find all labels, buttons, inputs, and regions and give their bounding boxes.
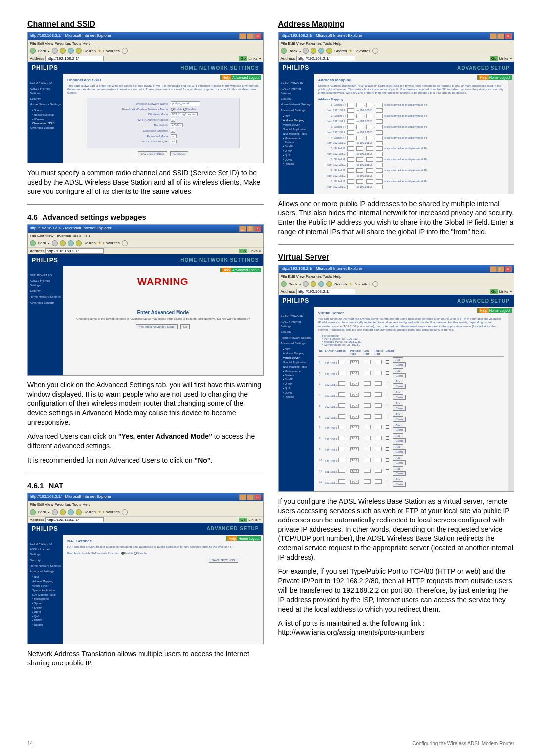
ip-octet-input[interactable]	[366, 114, 373, 118]
sidebar-sub[interactable]: • QoS	[281, 386, 312, 391]
ip-octet-input[interactable]	[347, 168, 354, 173]
clean-button[interactable]: Clean	[393, 438, 406, 443]
sidebar-item[interactable]: ADSL / Internet Settings	[30, 87, 61, 96]
ip-last-octet-input[interactable]	[338, 414, 345, 419]
clean-button[interactable]: Clean	[393, 406, 406, 411]
enable-checkbox[interactable]	[386, 480, 389, 483]
clean-button[interactable]: Clean	[393, 427, 406, 432]
advanced-logout-link[interactable]: Advanced Logout	[232, 268, 260, 272]
home-icon[interactable]	[326, 48, 332, 54]
add-button[interactable]: Add	[393, 357, 404, 362]
add-button[interactable]: Add	[393, 390, 404, 395]
public-port-input[interactable]	[375, 414, 382, 419]
ip-octet-input[interactable]	[347, 125, 354, 129]
address-input[interactable]: http://192.168.2.1/	[296, 56, 355, 61]
sidebar-sub[interactable]: Special Application	[30, 588, 61, 593]
ip-last-octet-input[interactable]	[338, 360, 345, 364]
ip-octet-input[interactable]	[347, 146, 354, 151]
search-label[interactable]: Search	[84, 510, 96, 514]
clean-button[interactable]: Clean	[393, 395, 406, 400]
home-logout-link[interactable]: Home Logout	[490, 76, 510, 79]
stop-icon[interactable]	[60, 48, 66, 54]
sidebar-item[interactable]: ADSL / Internet Settings	[30, 547, 61, 557]
bw-select[interactable]: 40MHz	[171, 123, 183, 127]
sidebar-sub[interactable]: • Maintenance	[281, 369, 312, 374]
go-button[interactable]: Go	[490, 289, 498, 294]
sidebar-item[interactable]: SETUP WIZARD	[281, 314, 312, 319]
public-port-input[interactable]	[375, 479, 382, 484]
go-button[interactable]: Go	[239, 56, 247, 61]
scrollbar[interactable]	[508, 307, 514, 491]
favorites-label[interactable]: Favorites	[354, 49, 370, 53]
public-port-input[interactable]	[375, 381, 382, 386]
ip-last-octet-input[interactable]	[338, 371, 345, 375]
public-port-input[interactable]	[375, 425, 382, 429]
to-input[interactable]	[376, 152, 383, 156]
clean-button[interactable]: Clean	[393, 384, 406, 389]
ip-octet-input[interactable]	[366, 146, 373, 151]
sidebar-sub[interactable]: • Status	[30, 108, 61, 113]
sidebar-sub[interactable]: • System	[281, 373, 312, 378]
media-icon[interactable]	[122, 240, 128, 246]
sidebar-sub[interactable]: • NAT	[30, 575, 61, 579]
forward-icon[interactable]	[303, 281, 309, 287]
add-button[interactable]: Add	[393, 433, 404, 438]
back-label[interactable]: Back	[38, 510, 46, 514]
from-input[interactable]	[347, 185, 354, 189]
from-input[interactable]	[347, 119, 354, 124]
address-input[interactable]: http://192.168.2.1/	[45, 517, 104, 522]
protocol-select[interactable]: TCP	[350, 371, 359, 375]
sidebar-item[interactable]: SETUP WIZARD	[30, 81, 61, 86]
lan-port-input[interactable]	[364, 414, 371, 419]
home-icon[interactable]	[76, 48, 82, 54]
ip-octet-input[interactable]	[347, 136, 354, 140]
media-icon[interactable]	[372, 281, 378, 287]
enable-checkbox[interactable]	[386, 436, 389, 440]
lan-port-input[interactable]	[364, 469, 371, 473]
protocol-select[interactable]: TCP	[350, 393, 359, 397]
ip-octet-input[interactable]	[366, 168, 373, 173]
refresh-icon[interactable]	[68, 240, 74, 246]
sidebar-item[interactable]: Advanced Settings	[30, 301, 61, 306]
go-button[interactable]: Go	[239, 518, 247, 522]
sidebar-item[interactable]: Security	[30, 97, 61, 102]
favorites-label[interactable]: Favorites	[103, 510, 120, 514]
ip-octet-input[interactable]	[356, 146, 363, 151]
maximize-icon[interactable]: □	[247, 226, 254, 232]
back-label[interactable]: Back	[289, 49, 298, 53]
maximize-icon[interactable]: □	[247, 494, 254, 500]
sidebar-sub[interactable]: NAT Mapping Table	[281, 132, 312, 136]
ip-octet-input[interactable]	[376, 136, 383, 140]
clean-button[interactable]: Clean	[393, 482, 406, 487]
ip-octet-input[interactable]	[356, 136, 363, 140]
wnn-input[interactable]: philips_install	[171, 101, 200, 106]
go-button[interactable]: Go	[239, 249, 247, 253]
sidebar-sub[interactable]: • Routing	[281, 395, 312, 399]
ip-last-octet-input[interactable]	[338, 469, 345, 473]
wmode-select[interactable]: 802.11b/g/n mixed	[171, 112, 198, 116]
lan-port-input[interactable]	[364, 479, 371, 484]
minimize-icon[interactable]: _	[239, 494, 246, 500]
sidebar-sub[interactable]: Address Mapping	[30, 579, 61, 584]
from-input[interactable]	[347, 141, 354, 145]
search-label[interactable]: Search	[84, 49, 96, 53]
sidebar-sub[interactable]: NAT Mapping Table	[30, 593, 61, 597]
add-button[interactable]: Add	[393, 379, 404, 384]
lan-port-input[interactable]	[364, 360, 371, 364]
ip-last-octet-input[interactable]	[338, 392, 345, 397]
help-link[interactable]: Help	[227, 536, 237, 541]
maximize-icon[interactable]: □	[247, 33, 254, 39]
back-icon[interactable]	[281, 281, 287, 287]
ip-octet-input[interactable]	[347, 103, 354, 107]
sidebar-sub[interactable]: • Maintenance	[30, 597, 61, 601]
menubar[interactable]: File Edit View Favorites Tools Help	[28, 233, 263, 239]
lan-port-input[interactable]	[364, 447, 371, 451]
stop-icon[interactable]	[60, 240, 66, 246]
favorites-label[interactable]: Favorites	[354, 282, 370, 286]
close-icon[interactable]: ×	[254, 494, 261, 500]
ip-octet-input[interactable]	[347, 179, 354, 184]
sidebar-item[interactable]: ADSL / Internet Settings	[281, 320, 312, 329]
help-link[interactable]: Help	[222, 75, 231, 80]
to-input[interactable]	[376, 108, 383, 113]
sidebar-item[interactable]: Home Network Settings	[30, 295, 61, 300]
